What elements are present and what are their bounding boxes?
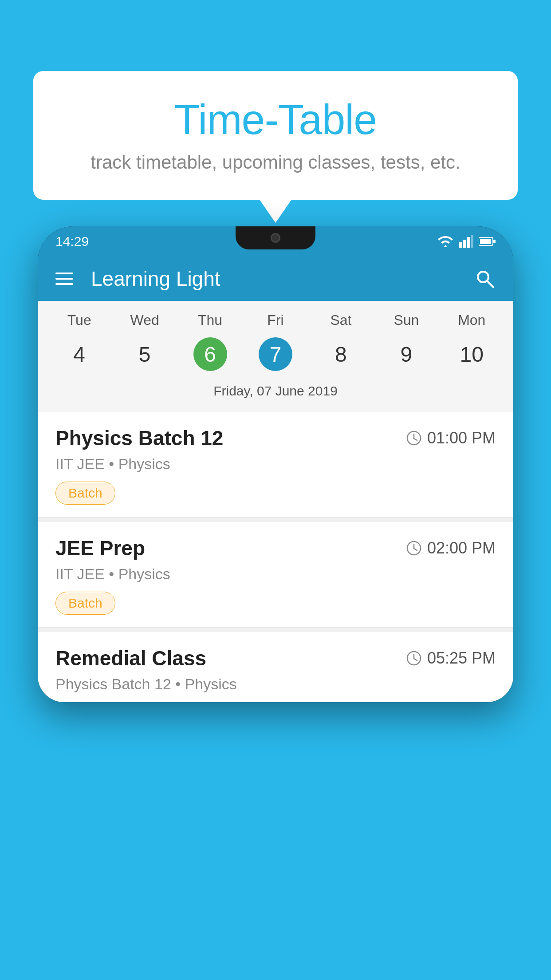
card-3-time-text: 05:25 PM — [427, 649, 496, 668]
app-bar: Learning Light — [38, 257, 513, 301]
phone-outer: 14:29 — [38, 226, 513, 702]
day-label-sat: Sat — [308, 312, 374, 328]
day-10[interactable]: 10 — [439, 333, 504, 375]
svg-line-14 — [414, 549, 417, 550]
status-icons — [437, 235, 496, 248]
page-title: Time-Table — [60, 95, 491, 144]
search-icon[interactable] — [474, 268, 496, 289]
hamburger-line-2 — [55, 278, 73, 280]
svg-line-8 — [487, 281, 493, 287]
card-2-header: JEE Prep 02:00 PM — [55, 536, 496, 560]
day-9[interactable]: 9 — [374, 333, 439, 375]
clock-icon-3 — [406, 650, 422, 666]
card-2-time-text: 02:00 PM — [427, 539, 496, 557]
schedule-list: Physics Batch 12 01:00 PM IIT JEE • Phys… — [38, 412, 513, 702]
separator-2 — [38, 628, 513, 632]
day-4[interactable]: 4 — [47, 333, 112, 375]
day-label-thu: Thu — [177, 312, 243, 328]
separator-1 — [38, 518, 513, 522]
day-labels: Tue Wed Thu Fri Sat Sun Mon — [47, 312, 504, 328]
schedule-card-3[interactable]: Remedial Class 05:25 PM Physics Batch 12… — [38, 632, 513, 702]
card-1-tag: Batch — [55, 482, 115, 505]
status-time: 14:29 — [55, 234, 89, 249]
page-subtitle: track timetable, upcoming classes, tests… — [60, 152, 491, 173]
day-numbers: 4 5 6 7 8 9 10 — [47, 333, 504, 375]
card-1-time-text: 01:00 PM — [427, 429, 496, 447]
clock-icon-1 — [406, 430, 422, 446]
svg-rect-3 — [471, 235, 473, 248]
card-2-tag: Batch — [55, 592, 115, 615]
speech-bubble-container: Time-Table track timetable, upcoming cla… — [33, 71, 518, 200]
calendar-strip: Tue Wed Thu Fri Sat Sun Mon 4 5 6 7 8 9 … — [38, 301, 513, 412]
phone-mockup: 14:29 — [38, 226, 513, 980]
clock-icon-2 — [406, 540, 422, 556]
selected-date-label: Friday, 07 June 2019 — [47, 380, 504, 407]
day-label-wed: Wed — [112, 312, 177, 328]
wifi-icon — [437, 235, 454, 248]
card-1-header: Physics Batch 12 01:00 PM — [55, 426, 496, 450]
card-3-header: Remedial Class 05:25 PM — [55, 646, 496, 670]
day-label-mon: Mon — [439, 312, 504, 328]
day-label-sun: Sun — [374, 312, 439, 328]
signal-icon — [459, 235, 473, 248]
card-3-time: 05:25 PM — [406, 649, 496, 668]
schedule-card-1[interactable]: Physics Batch 12 01:00 PM IIT JEE • Phys… — [38, 412, 513, 518]
card-1-title: Physics Batch 12 — [55, 426, 223, 450]
camera-icon — [271, 233, 280, 243]
day-label-fri: Fri — [243, 312, 308, 328]
card-2-title: JEE Prep — [55, 536, 145, 560]
svg-line-11 — [414, 439, 417, 440]
day-8[interactable]: 8 — [308, 333, 374, 375]
app-bar-title: Learning Light — [91, 267, 474, 291]
svg-rect-2 — [467, 237, 470, 248]
day-7[interactable]: 7 — [243, 333, 308, 375]
card-3-title: Remedial Class — [55, 646, 206, 670]
day-5[interactable]: 5 — [112, 333, 177, 375]
svg-rect-1 — [463, 240, 466, 248]
battery-icon — [479, 237, 496, 246]
card-1-subtitle: IIT JEE • Physics — [55, 455, 496, 473]
svg-rect-0 — [459, 242, 462, 248]
svg-rect-5 — [480, 239, 491, 244]
status-bar: 14:29 — [38, 226, 513, 257]
schedule-card-2[interactable]: JEE Prep 02:00 PM IIT JEE • Physics Batc… — [38, 522, 513, 628]
svg-line-17 — [414, 659, 417, 660]
speech-bubble: Time-Table track timetable, upcoming cla… — [33, 71, 518, 200]
card-1-time: 01:00 PM — [406, 429, 496, 447]
hamburger-line-3 — [55, 283, 73, 285]
hamburger-menu[interactable] — [55, 273, 73, 285]
hamburger-line-1 — [55, 273, 73, 274]
card-3-subtitle: Physics Batch 12 • Physics — [55, 676, 496, 693]
svg-rect-6 — [493, 240, 496, 243]
day-6[interactable]: 6 — [177, 333, 243, 375]
phone-notch — [236, 226, 315, 249]
day-label-tue: Tue — [47, 312, 112, 328]
card-2-subtitle: IIT JEE • Physics — [55, 565, 496, 583]
card-2-time: 02:00 PM — [406, 539, 496, 557]
